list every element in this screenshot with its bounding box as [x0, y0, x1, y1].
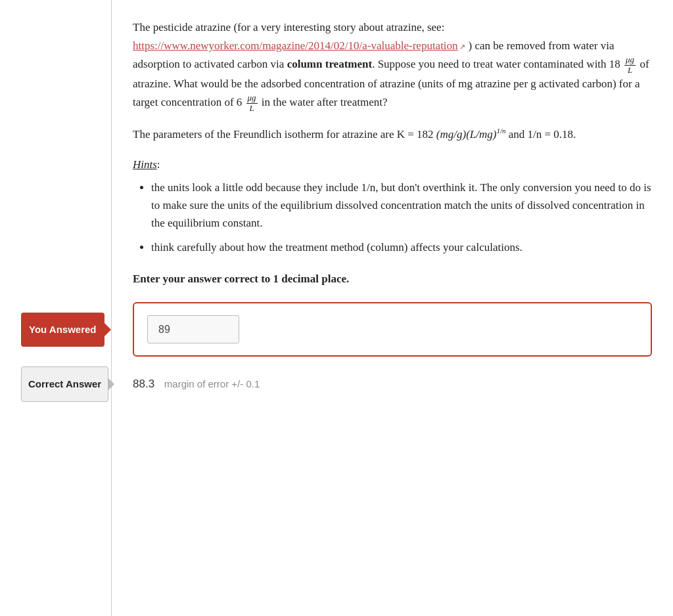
fraction-6: μgL	[246, 93, 258, 113]
question-paragraph-2: The parameters of the Freundlich isother…	[133, 125, 652, 144]
fraction-18: μgL	[624, 55, 636, 75]
question-text-after-bold: . Suppose you need to treat water contam…	[372, 58, 623, 70]
question-text-intro: The pesticide atrazine (for a very inter…	[133, 21, 444, 33]
hints-title: Hints	[133, 156, 157, 173]
enter-answer-instruction: Enter your answer correct to 1 decimal p…	[133, 270, 652, 288]
answer-box: 89	[133, 302, 652, 357]
question-paragraph-1: The pesticide atrazine (for a very inter…	[133, 18, 652, 113]
hints-section: Hints: the units look a little odd becau…	[133, 156, 652, 257]
newyorker-link[interactable]: https://www.newyorker.com/magazine/2014/…	[133, 39, 458, 52]
correct-answer-number: 88.3	[133, 378, 154, 390]
you-answered-section: You Answered 89	[133, 302, 652, 357]
external-link-icon: ↗	[458, 43, 466, 51]
hints-list: the units look a little odd because they…	[133, 179, 652, 257]
page-container: The pesticide atrazine (for a very inter…	[0, 0, 673, 616]
correct-answer-margin: margin of error +/- 0.1	[164, 378, 260, 389]
column-treatment-bold: column treatment	[287, 58, 373, 70]
user-answer-display: 89	[147, 315, 239, 344]
correct-answer-value: 88.3 margin of error +/- 0.1	[133, 375, 260, 393]
hint-1: the units look a little odd because they…	[151, 179, 652, 232]
main-content: The pesticide atrazine (for a very inter…	[112, 0, 673, 616]
hint-2: think carefully about how the treatment …	[151, 238, 652, 256]
freundlich-end: and 1/n = 0.18.	[505, 128, 576, 141]
correct-answer-label: Correct Answer	[21, 366, 108, 402]
left-sidebar	[0, 0, 112, 616]
correct-answer-section: Correct Answer 88.3 margin of error +/- …	[133, 375, 652, 393]
freundlich-formula: (mg/g)(L/mg)1/n	[436, 128, 506, 141]
you-answered-label: You Answered	[21, 313, 104, 347]
question-text-end: in the water after treatment?	[259, 96, 388, 108]
freundlich-intro: The parameters of the Freundlich isother…	[133, 128, 436, 141]
